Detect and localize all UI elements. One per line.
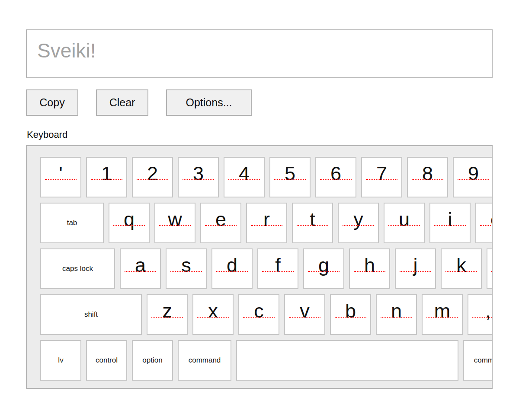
key-label: option: [142, 356, 162, 365]
key-letter: 7: [362, 164, 401, 183]
keyboard-row-3: caps lockasdfghjkl: [40, 248, 493, 289]
key-f[interactable]: f: [257, 248, 298, 289]
key-letter: r: [247, 210, 286, 229]
options-button[interactable]: Options...: [166, 89, 252, 116]
key-letter: 6: [316, 164, 356, 183]
key-3[interactable]: 3: [178, 157, 219, 197]
keyboard-panel: '123456789tabqwertyuiocaps lockasdfghjkl…: [26, 145, 493, 389]
key-l[interactable]: l: [487, 248, 493, 289]
key-letter: c: [239, 301, 279, 321]
accent-underline: [381, 317, 412, 318]
key-6[interactable]: 6: [315, 157, 356, 197]
accent-underline: [183, 179, 214, 180]
key-comma[interactable]: ,: [468, 294, 493, 335]
accent-underline: [366, 179, 397, 180]
key-t[interactable]: t: [292, 203, 333, 243]
key-letter: h: [350, 255, 389, 275]
accent-underline: [45, 179, 77, 180]
key-command-left[interactable]: command: [178, 340, 231, 381]
key-letter: 9: [454, 164, 493, 183]
clear-button[interactable]: Clear: [96, 89, 148, 116]
key-letter: q: [109, 210, 149, 229]
key-b[interactable]: b: [330, 294, 371, 335]
key-x[interactable]: x: [192, 294, 234, 335]
key-letter: k: [442, 255, 481, 275]
key-8[interactable]: 8: [407, 157, 448, 197]
key-label: shift: [84, 310, 98, 319]
key-z[interactable]: z: [147, 294, 188, 335]
key-u[interactable]: u: [384, 203, 425, 243]
key-4[interactable]: 4: [224, 157, 265, 197]
key-i[interactable]: i: [429, 203, 471, 243]
key-letter: ': [41, 164, 80, 183]
key-r[interactable]: r: [246, 203, 287, 243]
key-q[interactable]: q: [109, 203, 150, 243]
key-command-right[interactable]: command: [463, 340, 493, 381]
accent-underline: [388, 225, 420, 226]
key-n[interactable]: n: [376, 294, 417, 335]
accent-underline: [412, 179, 443, 180]
accent-underline: [472, 317, 493, 318]
key-m[interactable]: m: [422, 294, 463, 335]
key-v[interactable]: v: [284, 294, 325, 335]
key-9[interactable]: 9: [453, 157, 493, 197]
key-label: command: [189, 356, 221, 365]
key-5[interactable]: 5: [269, 157, 311, 197]
key-space[interactable]: [236, 340, 458, 381]
key-y[interactable]: y: [338, 203, 379, 243]
key-tab[interactable]: tab: [40, 203, 104, 243]
text-output-area[interactable]: [26, 29, 493, 78]
accent-underline: [274, 179, 306, 180]
key-e[interactable]: e: [200, 203, 241, 243]
accent-underline: [480, 225, 493, 226]
key-a[interactable]: a: [120, 248, 161, 289]
key-w[interactable]: w: [154, 203, 195, 243]
key-letter: w: [155, 210, 195, 229]
key-h[interactable]: h: [349, 248, 390, 289]
key-shift[interactable]: shift: [40, 294, 142, 335]
page: { "input": { "placeholder": "Sveiki!" },…: [0, 0, 519, 420]
key-caps-lock[interactable]: caps lock: [40, 248, 115, 289]
key-letter: 5: [270, 164, 310, 183]
key-apostrophe[interactable]: ': [40, 157, 81, 197]
key-letter: d: [212, 255, 252, 275]
key-c[interactable]: c: [238, 294, 279, 335]
accent-underline: [343, 225, 374, 226]
key-letter: t: [293, 210, 332, 229]
key-letter: z: [147, 301, 187, 321]
key-option[interactable]: option: [132, 340, 173, 381]
accent-underline: [137, 179, 168, 180]
key-letter: g: [304, 255, 343, 275]
key-k[interactable]: k: [441, 248, 482, 289]
accent-underline: [228, 179, 260, 180]
key-letter: e: [201, 210, 240, 229]
key-control[interactable]: control: [86, 340, 127, 381]
key-letter: n: [377, 301, 416, 321]
accent-underline: [354, 271, 385, 272]
accent-underline: [445, 271, 477, 272]
key-7[interactable]: 7: [361, 157, 402, 197]
key-o[interactable]: o: [475, 203, 493, 243]
accent-underline: [151, 317, 183, 318]
accent-underline: [308, 271, 340, 272]
key-j[interactable]: j: [395, 248, 436, 289]
keyboard-row-4: shiftzxcvbnm,: [40, 294, 493, 335]
key-letter: 8: [408, 164, 447, 183]
key-g[interactable]: g: [303, 248, 344, 289]
key-letter: u: [384, 210, 424, 229]
key-s[interactable]: s: [166, 248, 207, 289]
accent-underline: [289, 317, 320, 318]
key-lv[interactable]: lv: [40, 340, 81, 381]
key-label: caps lock: [62, 264, 93, 273]
key-1[interactable]: 1: [86, 157, 127, 197]
accent-underline: [159, 225, 191, 226]
key-letter: x: [193, 301, 233, 321]
key-d[interactable]: d: [211, 248, 253, 289]
key-letter: f: [258, 255, 298, 275]
key-letter: 1: [87, 164, 126, 183]
copy-button[interactable]: Copy: [26, 89, 78, 116]
accent-underline: [400, 271, 431, 272]
key-letter: 4: [224, 164, 264, 183]
keyboard-row-5: lvcontroloptioncommandcommand: [40, 340, 493, 381]
key-2[interactable]: 2: [132, 157, 173, 197]
